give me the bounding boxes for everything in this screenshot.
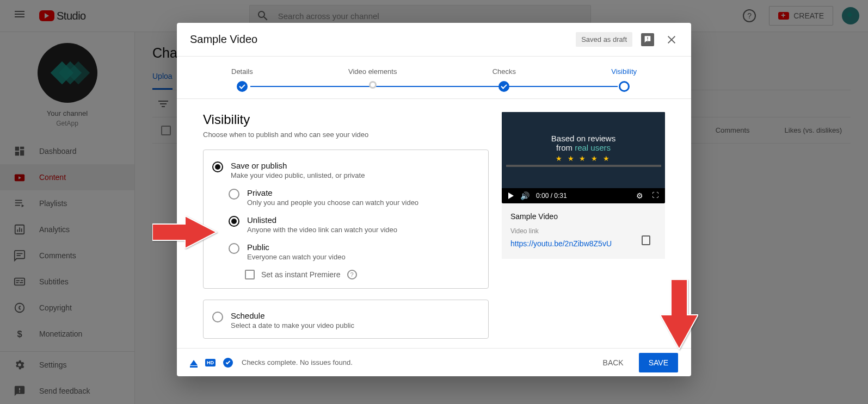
gear-icon[interactable]: ⚙ (636, 191, 643, 200)
feedback-icon (643, 35, 652, 44)
step-visibility[interactable]: Visibility (611, 67, 637, 92)
draft-status-badge: Saved as draft (576, 32, 632, 47)
annotation-arrow-right (152, 216, 218, 251)
modal-body: Visibility Choose when to publish and wh… (177, 99, 691, 348)
back-button[interactable]: BACK (594, 353, 632, 372)
save-publish-option[interactable]: Save or publish Make your video public, … (212, 161, 479, 179)
upload-status-icons: HD (190, 358, 233, 368)
help-icon[interactable]: ? (347, 270, 357, 279)
modal-footer: HD Checks complete. No issues found. BAC… (177, 348, 691, 376)
volume-icon[interactable]: 🔊 (520, 191, 530, 200)
thumb-text: Based on reviews (551, 134, 615, 143)
step-active-icon (619, 81, 630, 92)
checks-status: Checks complete. No issues found. (242, 358, 353, 366)
private-option[interactable]: Private Only you and people you choose c… (229, 188, 479, 207)
play-icon[interactable] (508, 192, 514, 199)
close-button[interactable] (665, 33, 678, 46)
unlisted-option[interactable]: Unlisted Anyone with the video link can … (229, 215, 479, 234)
time-display: 0:00 / 0:31 (536, 192, 567, 200)
public-option[interactable]: Public Everyone can watch your video (229, 243, 479, 261)
svg-rect-29 (647, 37, 648, 39)
step-video-elements[interactable]: Video elements (348, 67, 397, 92)
radio-icon (229, 243, 239, 254)
step-label: Checks (493, 67, 516, 76)
schedule-card: Schedule Select a date to make your vide… (203, 300, 489, 339)
fullscreen-icon[interactable]: ⛶ (652, 191, 658, 200)
video-controls: 🔊 0:00 / 0:31 ⚙ ⛶ (502, 188, 665, 203)
step-label: Details (231, 67, 253, 76)
check-icon (223, 358, 233, 368)
schedule-option[interactable]: Schedule Select a date to make your vide… (212, 311, 479, 330)
checkbox-icon (245, 270, 255, 279)
link-label: Video link (510, 227, 656, 235)
option-label: Save or publish (231, 161, 365, 170)
radio-icon (212, 312, 223, 322)
visibility-heading: Visibility (203, 112, 489, 127)
stars-icon: ★ ★ ★ ★ ★ (556, 154, 611, 163)
modal-title: Sample Video (190, 33, 576, 46)
step-checks[interactable]: Checks (493, 67, 516, 92)
radio-icon (229, 216, 239, 227)
step-label: Visibility (611, 67, 637, 76)
video-thumbnail: Based on reviews from real users ★ ★ ★ ★… (502, 112, 665, 188)
option-description: Everyone can watch your video (247, 253, 346, 261)
modal-header: Sample Video Saved as draft (177, 23, 691, 57)
copy-icon (643, 237, 650, 245)
option-description: Make your video public, unlisted, or pri… (231, 171, 365, 179)
visibility-form: Visibility Choose when to publish and wh… (203, 112, 489, 335)
option-description: Only you and people you choose can watch… (247, 198, 418, 207)
option-label: Public (247, 243, 346, 252)
option-label: Unlisted (247, 215, 397, 225)
video-link[interactable]: https://youtu.be/2nZibw8Z5vU (510, 239, 612, 248)
radio-icon (229, 189, 239, 200)
thumb-text: from real users (556, 143, 611, 152)
copy-link-button[interactable] (643, 237, 656, 250)
step-details[interactable]: Details (231, 67, 253, 92)
option-description: Select a date to make your video public (231, 321, 354, 330)
step-check-icon (237, 81, 248, 92)
svg-marker-32 (660, 279, 698, 349)
video-player[interactable]: Based on reviews from real users ★ ★ ★ ★… (502, 112, 665, 203)
video-progress (506, 165, 661, 167)
step-dot-icon (369, 81, 377, 89)
step-label: Video elements (348, 67, 397, 76)
premiere-option[interactable]: Set as instant Premiere ? (245, 270, 479, 279)
upload-icon (190, 360, 198, 365)
save-button[interactable]: SAVE (639, 353, 678, 372)
svg-marker-31 (152, 216, 217, 248)
svg-rect-30 (647, 40, 648, 40)
step-check-icon (498, 81, 509, 92)
video-preview-panel: Based on reviews from real users ★ ★ ★ ★… (502, 112, 665, 335)
save-publish-card: Save or publish Make your video public, … (203, 150, 489, 289)
option-label: Schedule (231, 311, 354, 320)
modal-overlay: Sample Video Saved as draft Details Vide… (0, 0, 868, 404)
video-title: Sample Video (510, 212, 656, 221)
feedback-button[interactable] (641, 33, 654, 46)
stepper: Details Video elements Checks Visibility (177, 57, 691, 99)
option-label: Private (247, 188, 418, 197)
option-description: Anyone with the video link can watch you… (247, 226, 397, 234)
video-info-panel: Sample Video Video link https://youtu.be… (502, 203, 665, 259)
premiere-label: Set as instant Premiere (261, 270, 341, 279)
radio-icon (212, 161, 223, 172)
hd-badge: HD (205, 359, 216, 366)
visibility-subtitle: Choose when to publish and who can see y… (203, 130, 489, 139)
annotation-arrow-down (660, 279, 698, 352)
upload-modal: Sample Video Saved as draft Details Vide… (177, 23, 691, 376)
